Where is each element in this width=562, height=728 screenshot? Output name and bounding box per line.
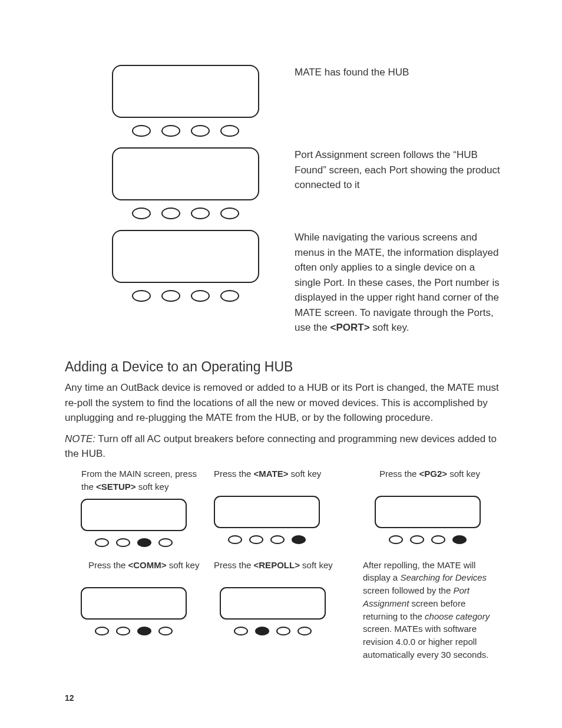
step-3-b: soft key bbox=[447, 469, 480, 479]
softkey-4[interactable] bbox=[220, 290, 239, 302]
mate-buttons bbox=[112, 207, 259, 219]
step-5-cell: Press the <REPOLL> soft key bbox=[214, 559, 351, 661]
result-t2: screen followed by the bbox=[363, 585, 453, 595]
softkey-1[interactable] bbox=[132, 290, 151, 302]
softkey-1[interactable] bbox=[228, 535, 242, 544]
row-hub-found: MATE has found the HUB bbox=[65, 65, 500, 137]
caption-port-nav-tail: soft key. bbox=[370, 322, 409, 333]
mate-screen bbox=[112, 147, 259, 200]
row-port-nav: While navigating the various screens and… bbox=[65, 230, 500, 341]
softkey-4[interactable] bbox=[220, 125, 239, 137]
softkey-2[interactable] bbox=[161, 207, 180, 219]
step-4-a: Press the bbox=[88, 560, 128, 570]
caption-port-nav-text: While navigating the various screens and… bbox=[295, 232, 500, 333]
softkey-3[interactable] bbox=[431, 535, 445, 544]
caption-hub-found: MATE has found the HUB bbox=[295, 65, 500, 80]
softkey-1[interactable] bbox=[132, 125, 151, 137]
mate-screen bbox=[214, 496, 320, 528]
step-2-cell: Press the <MATE> soft key bbox=[214, 467, 351, 547]
softkey-1[interactable] bbox=[234, 627, 248, 635]
note-label: NOTE: bbox=[65, 433, 95, 444]
mate-device-port-assignment bbox=[112, 147, 259, 219]
softkey-2[interactable] bbox=[116, 538, 130, 547]
step-3-caption: Press the <PG2> soft key bbox=[379, 467, 500, 491]
mate-step-3 bbox=[375, 496, 481, 544]
softkey-3-active[interactable] bbox=[137, 538, 151, 547]
softkey-2[interactable] bbox=[249, 535, 263, 544]
result-t4: screen. MATEs with software revision 4.0… bbox=[363, 624, 488, 660]
key-pg2: <PG2> bbox=[419, 469, 448, 479]
mate-buttons bbox=[81, 627, 187, 635]
mate-screen bbox=[81, 587, 187, 620]
step-4-cell: Press the <COMM> soft key bbox=[65, 559, 202, 661]
note-text: Turn off all AC output breakers before c… bbox=[65, 433, 497, 460]
key-setup: <SETUP> bbox=[96, 482, 136, 492]
step-5-caption: Press the <REPOLL> soft key bbox=[214, 559, 351, 582]
result-text: After repolling, the MATE will display a… bbox=[363, 559, 500, 661]
page-number: 12 bbox=[65, 692, 74, 704]
mate-device-hub-found bbox=[112, 65, 259, 137]
result-i1: Searching for Devices bbox=[400, 572, 487, 582]
key-comm: <COMM> bbox=[128, 560, 167, 570]
key-mate: <MATE> bbox=[254, 469, 289, 479]
step-1-cell: From the MAIN screen, press the <SETUP> … bbox=[65, 467, 202, 547]
softkey-3[interactable] bbox=[191, 207, 210, 219]
softkey-2[interactable] bbox=[116, 627, 130, 635]
note: NOTE: Turn off all AC output breakers be… bbox=[65, 431, 500, 462]
key-repoll: <REPOLL> bbox=[254, 560, 300, 570]
caption-port-nav: While navigating the various screens and… bbox=[295, 230, 500, 335]
mate-screen bbox=[112, 65, 259, 118]
softkey-1[interactable] bbox=[95, 538, 109, 547]
step-4-caption: Press the <COMM> soft key bbox=[88, 559, 202, 582]
result-i3: choose category bbox=[425, 611, 490, 621]
mate-step-5 bbox=[220, 587, 326, 635]
step-5-a: Press the bbox=[214, 560, 254, 570]
mate-buttons bbox=[220, 627, 326, 635]
section-body: Any time an OutBack device is removed or… bbox=[65, 380, 500, 426]
softkey-3[interactable] bbox=[270, 535, 285, 544]
mate-screen bbox=[81, 499, 187, 531]
softkey-3[interactable] bbox=[191, 290, 210, 302]
mate-step-2 bbox=[214, 496, 320, 544]
result-cell: After repolling, the MATE will display a… bbox=[363, 559, 500, 661]
mate-step-1 bbox=[81, 499, 187, 547]
step-3-a: Press the bbox=[379, 469, 419, 479]
softkey-2[interactable] bbox=[161, 125, 180, 137]
row-port-assignment: Port Assignment screen follows the “HUB … bbox=[65, 147, 500, 219]
mate-screen bbox=[112, 230, 259, 283]
softkey-2[interactable] bbox=[161, 290, 180, 302]
softkey-4[interactable] bbox=[158, 538, 173, 547]
mate-step-4 bbox=[81, 587, 187, 635]
softkey-1[interactable] bbox=[389, 535, 403, 544]
softkey-4[interactable] bbox=[220, 207, 239, 219]
mate-buttons bbox=[375, 535, 481, 544]
mate-buttons bbox=[112, 290, 259, 302]
mate-buttons bbox=[81, 538, 187, 547]
softkey-1[interactable] bbox=[95, 627, 109, 635]
softkey-4-active[interactable] bbox=[452, 535, 467, 544]
page: MATE has found the HUB Port Assignment s… bbox=[0, 0, 562, 728]
step-3-cell: Press the <PG2> soft key bbox=[363, 467, 500, 547]
steps-row-1: From the MAIN screen, press the <SETUP> … bbox=[65, 467, 500, 547]
mate-buttons bbox=[214, 535, 320, 544]
softkey-4-active[interactable] bbox=[292, 535, 306, 544]
step-2-b: soft key bbox=[288, 469, 321, 479]
step-1-caption: From the MAIN screen, press the <SETUP> … bbox=[81, 467, 202, 494]
mate-device-port-nav bbox=[112, 230, 259, 302]
softkey-3[interactable] bbox=[276, 627, 290, 635]
softkey-1[interactable] bbox=[132, 207, 151, 219]
step-2-caption: Press the <MATE> soft key bbox=[214, 467, 351, 491]
section-heading: Adding a Device to an Operating HUB bbox=[65, 357, 500, 377]
step-1-b: soft key bbox=[136, 482, 169, 492]
softkey-4[interactable] bbox=[158, 627, 173, 635]
softkey-3-active[interactable] bbox=[137, 627, 151, 635]
softkey-3[interactable] bbox=[191, 125, 210, 137]
softkey-2-active[interactable] bbox=[255, 627, 269, 635]
softkey-2[interactable] bbox=[410, 535, 424, 544]
softkey-4[interactable] bbox=[297, 627, 312, 635]
caption-port-assignment: Port Assignment screen follows the “HUB … bbox=[295, 147, 500, 193]
step-4-b: soft key bbox=[167, 560, 200, 570]
step-5-b: soft key bbox=[300, 560, 333, 570]
steps-row-2: Press the <COMM> soft key Press the <REP… bbox=[65, 559, 500, 661]
mate-buttons bbox=[112, 125, 259, 137]
